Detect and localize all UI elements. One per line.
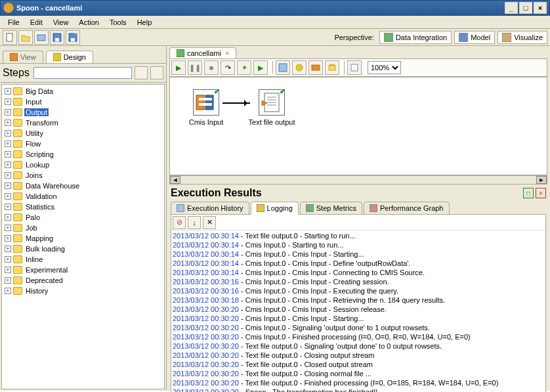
folder-icon	[13, 161, 22, 169]
tree-item[interactable]: +Flow	[3, 139, 163, 149]
menu-help[interactable]: Help	[132, 17, 158, 28]
tree-item[interactable]: +Input	[3, 97, 163, 107]
exec-tab-logging[interactable]: Logging	[251, 202, 299, 215]
expand-icon[interactable]: +	[5, 214, 11, 221]
impact-button[interactable]	[292, 60, 307, 75]
expand-icon[interactable]: +	[5, 288, 11, 294]
expand-icon[interactable]: +	[5, 120, 11, 126]
tree-item[interactable]: +Transform	[3, 118, 163, 128]
steps-tree[interactable]: +Big Data+Input+Output+Transform+Utility…	[1, 84, 165, 389]
titlebar: Spoon - cancellami _ □ ×	[0, 0, 550, 16]
svg-rect-15	[199, 98, 212, 100]
tree-item[interactable]: +Output	[3, 107, 163, 118]
tree-item[interactable]: +Job	[3, 223, 163, 233]
explore-button[interactable]	[34, 30, 49, 45]
log-line: 2013/03/12 00:30:18 - Cmis Input.0 - Cmi…	[173, 295, 544, 305]
maximize-button[interactable]: □	[519, 2, 532, 14]
tree-item[interactable]: +Big Data	[3, 86, 163, 97]
folder-icon	[13, 276, 22, 284]
save-as-button[interactable]: *	[66, 30, 80, 45]
expand-icon[interactable]: +	[5, 246, 11, 252]
perspective-data-integration[interactable]: Data Integration	[379, 31, 452, 44]
stop-button[interactable]: ■	[204, 60, 219, 75]
close-tab-icon[interactable]: ×	[225, 49, 229, 57]
expand-icon[interactable]: +	[5, 172, 11, 179]
step-cmis-input[interactable]: ✔ Cmis Input	[177, 89, 236, 126]
minimize-button[interactable]: _	[505, 2, 518, 14]
log-view[interactable]: 2013/03/12 00:30:14 - Text file output.0…	[171, 230, 545, 392]
transformation-tab-label: cancellami	[187, 49, 221, 57]
tree-item[interactable]: +Mapping	[3, 233, 163, 244]
expand-icon[interactable]: +	[5, 193, 11, 200]
canvas-hscroll[interactable]: ◄►	[169, 175, 547, 185]
save-button[interactable]	[50, 30, 64, 45]
open-button[interactable]	[18, 30, 33, 45]
expand-icon[interactable]: +	[5, 183, 11, 189]
canvas[interactable]: ✔ Cmis Input ✔ Text file output	[169, 77, 547, 175]
exec-tab-performance-graph[interactable]: Performance Graph	[364, 202, 450, 215]
exec-tab-step-metrics[interactable]: Step Metrics	[300, 202, 362, 215]
tree-item[interactable]: +Joins	[3, 170, 163, 181]
collapse-all-button[interactable]	[150, 66, 163, 79]
svg-text:*: *	[74, 33, 77, 38]
new-button[interactable]	[3, 30, 17, 45]
exec-minimize-icon[interactable]: □	[523, 188, 534, 198]
expand-icon[interactable]: +	[5, 225, 11, 231]
sql-button[interactable]	[308, 60, 323, 75]
expand-icon[interactable]: +	[5, 267, 11, 273]
expand-icon[interactable]: +	[5, 141, 11, 147]
perspective-visualize[interactable]: Visualize	[497, 31, 547, 44]
exec-close-icon[interactable]: ×	[536, 188, 546, 198]
menu-action[interactable]: Action	[74, 17, 104, 28]
preview-button[interactable]: ↷	[221, 60, 235, 75]
close-button[interactable]: ×	[534, 2, 547, 14]
menu-edit[interactable]: Edit	[25, 17, 48, 28]
pause-button[interactable]: ❚❚	[188, 60, 202, 75]
explore-db-button[interactable]	[325, 60, 339, 75]
tree-item[interactable]: +Utility	[3, 128, 163, 139]
tree-item[interactable]: +Statistics	[3, 202, 163, 212]
tree-item[interactable]: +Scripting	[3, 149, 163, 160]
tab-view[interactable]: View	[3, 51, 43, 63]
expand-icon[interactable]: +	[5, 98, 11, 105]
debug-button[interactable]: ✶	[237, 60, 251, 75]
menu-tools[interactable]: Tools	[104, 17, 132, 28]
transformation-tab[interactable]: cancellami ×	[169, 47, 236, 58]
expand-icon[interactable]: +	[5, 88, 11, 95]
replay-button[interactable]: ▶	[253, 60, 268, 75]
tree-item[interactable]: +Deprecated	[3, 275, 163, 286]
expand-icon[interactable]: +	[5, 204, 11, 210]
folder-icon	[13, 192, 22, 200]
zoom-select[interactable]: 100%	[368, 61, 401, 74]
expand-icon[interactable]: +	[5, 162, 11, 168]
tree-item[interactable]: +Palo	[3, 212, 163, 223]
run-button[interactable]: ▶	[171, 60, 186, 75]
exec-tab-execution-history[interactable]: Execution History	[171, 202, 249, 215]
expand-icon[interactable]: +	[5, 277, 11, 284]
expand-all-button[interactable]	[135, 66, 148, 79]
step-text-file-output[interactable]: ✔ Text file output	[242, 89, 301, 126]
tree-item[interactable]: +History	[3, 286, 163, 296]
show-results-button[interactable]	[347, 60, 362, 75]
tab-design[interactable]: Design	[46, 51, 93, 63]
tree-item[interactable]: +Validation	[3, 191, 163, 202]
expand-icon[interactable]: +	[5, 109, 11, 116]
menu-file[interactable]: File	[3, 17, 25, 28]
expand-icon[interactable]: +	[5, 256, 11, 263]
tree-item[interactable]: +Inline	[3, 254, 163, 265]
tree-item[interactable]: +Data Warehouse	[3, 181, 163, 191]
tree-item[interactable]: +Lookup	[3, 160, 163, 170]
tree-item-label: Data Warehouse	[24, 182, 81, 190]
steps-filter-input[interactable]	[33, 67, 132, 79]
verify-button[interactable]	[276, 60, 290, 75]
perspective-model[interactable]: Model	[454, 31, 495, 44]
expand-icon[interactable]: +	[5, 235, 11, 242]
tree-item[interactable]: +Bulk loading	[3, 244, 163, 254]
menu-view[interactable]: View	[48, 17, 74, 28]
expand-icon[interactable]: +	[5, 130, 11, 137]
clear-log-button[interactable]: ⊘	[173, 216, 186, 229]
log-tools-button[interactable]: ✕	[203, 216, 216, 229]
tree-item[interactable]: +Experimental	[3, 265, 163, 275]
log-settings-button[interactable]: ↓	[188, 216, 201, 229]
expand-icon[interactable]: +	[5, 151, 11, 158]
